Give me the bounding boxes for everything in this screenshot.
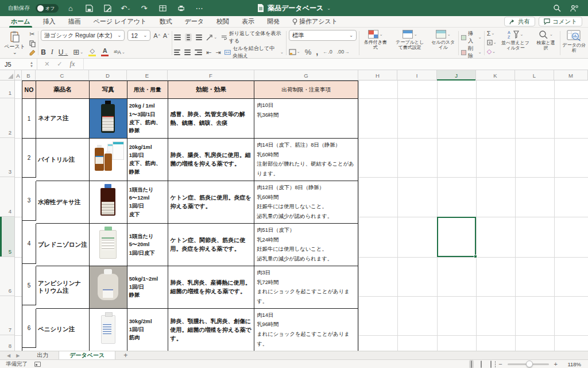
row-header-1[interactable]: 1 xyxy=(0,80,14,98)
cell-shipping[interactable]: 肉14日（皮下、筋注）8日（静脈） 乳60時間注射部位が腫れたり、硬結することが… xyxy=(254,139,358,181)
cell-name[interactable]: 水溶性デキサ注 xyxy=(36,181,90,224)
cell-dosage[interactable]: 30kg/2ml 1回/日 筋肉 xyxy=(127,309,168,351)
autosave-toggle[interactable]: オフ xyxy=(36,4,59,13)
cell-photo[interactable] xyxy=(90,266,127,309)
cell-shipping[interactable]: 肉14日 乳96時間まれにショックを起こすことがあります。 xyxy=(254,309,358,351)
zoom-percentage[interactable]: 118% xyxy=(563,361,581,367)
fill-button[interactable]: ⌄ xyxy=(487,40,497,45)
cell-photo[interactable] xyxy=(90,181,127,224)
cell-effect[interactable]: ケトン症、筋炎に使用。炎症を抑える薬です。 xyxy=(168,181,255,224)
cell-effect[interactable]: 肺炎、乳房炎、産褥熱に使用。細菌の増殖を抑える薬です。 xyxy=(168,266,255,309)
confirm-entry-icon[interactable]: ✓ xyxy=(53,60,66,68)
comments-button[interactable]: コメント xyxy=(539,17,582,26)
insert-cells-button[interactable]: 挿入⌄ xyxy=(461,30,482,45)
tab-home[interactable]: ホーム xyxy=(5,16,37,28)
row-header-7[interactable]: 7 xyxy=(0,296,14,335)
cell-no[interactable]: 4 xyxy=(22,224,36,264)
cell-name[interactable]: アンピシリンナトリウム注 xyxy=(36,266,90,309)
col-header-H[interactable]: H xyxy=(358,70,397,80)
zoom-in-button[interactable]: + xyxy=(554,361,558,367)
tab-developer[interactable]: 開発 xyxy=(261,16,286,28)
row-header-5[interactable]: 5 xyxy=(0,217,14,257)
cell-effect[interactable]: ケトン症、関節炎、筋炎に使用。炎症を抑える薬です。 xyxy=(168,224,255,266)
increase-decimal-button[interactable]: ←.0 xyxy=(323,49,332,55)
col-header-I[interactable]: I xyxy=(397,70,437,80)
delete-cells-button[interactable]: 削除⌄ xyxy=(461,45,482,60)
header-photo[interactable]: 写真 xyxy=(90,81,127,99)
tab-draw[interactable]: 描画 xyxy=(62,16,87,28)
col-header-M[interactable]: M xyxy=(554,70,588,80)
font-name-select[interactable]: 游ゴシック Regular (本文)⌄ xyxy=(41,30,125,41)
header-shipping[interactable]: 出荷制限・注意事項 xyxy=(254,81,358,99)
cell-shipping[interactable]: 肉10日 乳36時間 xyxy=(254,99,358,139)
tab-review[interactable]: 校閲 xyxy=(210,16,235,28)
cell-no[interactable]: 6 xyxy=(22,309,36,348)
save-as-icon[interactable] xyxy=(101,3,114,13)
cell-name[interactable]: プレドニゾロン注 xyxy=(36,224,90,266)
header-name[interactable]: 薬品名 xyxy=(36,81,90,99)
bold-button[interactable]: B xyxy=(41,48,46,56)
find-select-button[interactable]: ⌄ 検索と選択 xyxy=(535,30,558,51)
cell-effect[interactable]: 肺炎、顎腫れ、乳房炎、創傷に使用。細菌の増殖を抑える薬です。 xyxy=(168,309,255,351)
cell-photo[interactable] xyxy=(90,139,127,181)
copy-button[interactable] xyxy=(29,40,36,47)
format-painter-button[interactable] xyxy=(29,49,36,56)
zoom-out-button[interactable]: − xyxy=(498,361,502,367)
accounting-format-button[interactable]: ⌄ xyxy=(289,49,300,55)
share-button[interactable]: 共有 xyxy=(504,17,535,26)
macro-record-icon[interactable] xyxy=(34,362,41,367)
tab-insert[interactable]: 挿入 xyxy=(37,16,62,28)
phonetic-button[interactable]: ᵃᵇA⌄ xyxy=(114,49,125,55)
cell-shipping[interactable]: 肉3日 乳72時間まれにショックを起こすことがあります。 xyxy=(254,266,358,309)
tab-formulas[interactable]: 数式 xyxy=(153,16,178,28)
col-header-K[interactable]: K xyxy=(476,70,515,80)
decrease-font-icon[interactable]: Aˇ xyxy=(163,32,169,39)
normal-view-button[interactable] xyxy=(469,360,474,368)
autosum-button[interactable]: Σ⌄ xyxy=(487,30,497,37)
cell-styles-button[interactable]: ⌄ セルのスタイル xyxy=(431,30,456,50)
insert-function-icon[interactable]: fx xyxy=(66,60,79,68)
decrease-decimal-button[interactable]: .00→ xyxy=(337,49,350,55)
merge-center-button[interactable]: セルを結合して中央揃え ⌄ xyxy=(225,45,283,60)
zoom-slider[interactable] xyxy=(508,363,549,365)
tab-page-layout[interactable]: ページ レイアウト xyxy=(87,16,153,28)
col-header-F[interactable]: F xyxy=(168,70,254,80)
header-effect[interactable]: 効能・効果 xyxy=(168,81,255,99)
increase-font-icon[interactable]: A^ xyxy=(153,32,160,39)
tab-view[interactable]: 表示 xyxy=(235,16,261,28)
col-header-B[interactable]: B xyxy=(22,70,36,80)
more-icon[interactable]: ⋯ xyxy=(193,3,206,13)
align-top-icon[interactable] xyxy=(174,34,180,40)
cancel-entry-icon[interactable]: ✕ xyxy=(41,60,53,68)
cell-dosage[interactable]: 1頭当たり 5〜20ml 1回/日皮下 xyxy=(127,224,168,266)
share-people-icon[interactable] xyxy=(570,5,579,12)
row-header-8[interactable]: 8 xyxy=(0,335,14,351)
row-header-2[interactable]: 2 xyxy=(0,98,14,138)
fill-color-button[interactable]: ◇ xyxy=(88,48,96,56)
percent-button[interactable]: % xyxy=(305,48,312,56)
header-dosage[interactable]: 用法・用量 xyxy=(127,81,168,99)
prev-sheet-icon[interactable]: ◀ xyxy=(7,353,10,358)
select-all-corner[interactable] xyxy=(0,70,15,80)
row-header-4[interactable]: 4 xyxy=(0,177,14,217)
decrease-indent-icon[interactable]: ⇤ xyxy=(206,49,211,56)
conditional-formatting-button[interactable]: ⌄ 条件付き書式 xyxy=(362,30,389,50)
cell-photo[interactable] xyxy=(90,309,127,351)
borders-button[interactable]: ⊞⌄ xyxy=(73,48,83,56)
cell-shipping[interactable]: 肉51日（皮下） 乳24時間妊娠牛には使用しないこと。 泌乳量の減少が認められま… xyxy=(254,224,358,266)
row-header-3[interactable]: 3 xyxy=(0,138,14,177)
cell-name[interactable]: バイトリル注 xyxy=(36,139,90,181)
cell-dosage[interactable]: 50kg/1~2ml 1回/日 静脈 xyxy=(127,266,168,309)
col-header-G[interactable]: G xyxy=(254,70,358,80)
cell-dosage[interactable]: 20kg/1ml 1回/日 皮下、筋肉、静脈 xyxy=(127,139,168,181)
add-sheet-button[interactable]: + xyxy=(115,351,136,359)
wrap-text-button[interactable]: 折り返して全体を表示する xyxy=(221,30,284,45)
tab-tell-me[interactable]: 操作アシスト xyxy=(286,16,344,28)
align-right-icon[interactable] xyxy=(195,49,202,55)
next-sheet-icon[interactable]: ▶ xyxy=(16,353,20,358)
page-layout-view-button[interactable] xyxy=(479,360,483,368)
cell-no[interactable]: 2 xyxy=(22,139,36,178)
comma-style-button[interactable]: , xyxy=(316,47,318,56)
cell-photo[interactable] xyxy=(90,224,127,266)
sheet-tab-output[interactable]: 出力 xyxy=(26,351,59,359)
